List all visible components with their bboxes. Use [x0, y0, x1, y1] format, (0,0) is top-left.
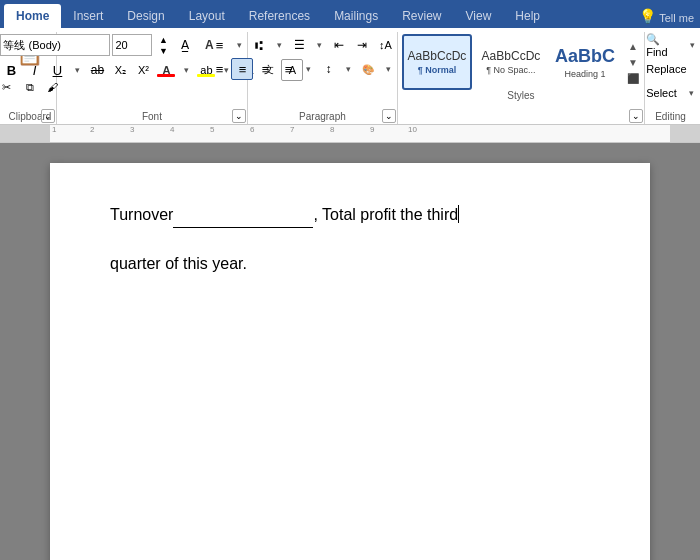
paragraph-2: quarter of this year.: [110, 252, 590, 276]
style-nospace-label: ¶ No Spac...: [486, 65, 535, 75]
group-styles: AaBbCcDc ¶ Normal AaBbCcDc ¶ No Spac... …: [398, 32, 645, 124]
tab-insert[interactable]: Insert: [61, 4, 115, 28]
tab-layout[interactable]: Layout: [177, 4, 237, 28]
ribbon: Home Insert Design Layout References Mai…: [0, 0, 700, 125]
ruler-main: 1 2 3 4 5 6 7 8 9 10: [50, 125, 670, 142]
multilevel-list-button[interactable]: ☰: [288, 34, 310, 56]
editing-group-label: Editing: [645, 111, 696, 122]
tellme-input[interactable]: Tell me: [659, 12, 694, 24]
clear-format-button[interactable]: A̲: [174, 34, 196, 56]
font-color-dropdown[interactable]: ▾: [178, 59, 194, 81]
page[interactable]: Turnover , Total profit the third quarte…: [50, 163, 650, 560]
style-heading1-label: Heading 1: [564, 69, 605, 79]
para-row-1: ≡ ▾ ⑆ ▾ ☰ ▾ ⇤ ⇥ ↕A ¶: [208, 34, 419, 56]
bold-button[interactable]: B: [0, 59, 22, 81]
font-size-decrease[interactable]: ▼: [154, 45, 172, 56]
italic-button[interactable]: I: [23, 59, 45, 81]
styles-more[interactable]: ⬛: [626, 70, 640, 86]
find-dropdown[interactable]: ▾: [686, 34, 700, 56]
tab-view[interactable]: View: [454, 4, 504, 28]
select-dropdown[interactable]: ▾: [684, 82, 700, 104]
font-color-button[interactable]: A: [155, 59, 177, 81]
replace-button[interactable]: Replace: [641, 58, 691, 80]
tab-row: Home Insert Design Layout References Mai…: [0, 0, 700, 28]
tab-home[interactable]: Home: [4, 4, 61, 28]
justify-button[interactable]: ≡: [277, 58, 299, 80]
ribbon-body: 📋 ✂ ⧉ 🖌 Clipboard ⌄ ▲ ▼: [0, 28, 700, 125]
sort-button[interactable]: ↕A: [374, 34, 396, 56]
line-spacing-dropdown[interactable]: ▾: [340, 58, 356, 80]
tab-references[interactable]: References: [237, 4, 322, 28]
align-left-button[interactable]: ≡: [208, 58, 230, 80]
style-heading1[interactable]: AaBbC Heading 1: [550, 34, 620, 90]
text-turnover: Turnover: [110, 206, 173, 223]
ruler: 1 2 3 4 5 6 7 8 9 10: [0, 125, 700, 143]
document-area: Turnover , Total profit the third quarte…: [0, 143, 700, 560]
style-normal[interactable]: AaBbCcDc ¶ Normal: [402, 34, 472, 90]
increase-indent-button[interactable]: ⇥: [351, 34, 373, 56]
underline-button[interactable]: U: [46, 59, 68, 81]
style-heading1-preview: AaBbC: [555, 46, 615, 67]
font-name-input[interactable]: [0, 34, 110, 56]
style-normal-label: ¶ Normal: [418, 65, 457, 75]
style-nospace[interactable]: AaBbCcDc ¶ No Spac...: [476, 34, 546, 90]
align-right-button[interactable]: ≡: [254, 58, 276, 80]
bullets-dropdown[interactable]: ▾: [231, 34, 247, 56]
text-total: Total profit the: [322, 206, 427, 223]
ruler-left-margin: [0, 125, 50, 142]
styles-scroll: ▲ ▼ ⬛: [626, 38, 640, 86]
group-editing: 🔍 Find ▾ Replace Select ▾ Editing: [645, 32, 696, 124]
tab-help[interactable]: Help: [503, 4, 552, 28]
styles-list: AaBbCcDc ¶ Normal AaBbCcDc ¶ No Spac... …: [402, 34, 640, 90]
bullets-button[interactable]: ≡: [208, 34, 230, 56]
find-button[interactable]: 🔍 Find: [641, 34, 684, 56]
styles-scroll-up[interactable]: ▲: [626, 38, 640, 54]
text-third: third: [427, 206, 458, 223]
decrease-indent-button[interactable]: ⇤: [328, 34, 350, 56]
styles-group-label: Styles: [402, 90, 640, 104]
ruler-right-margin: [670, 125, 700, 142]
font-size-input[interactable]: [112, 34, 152, 56]
line-spacing-button[interactable]: ↕: [317, 58, 339, 80]
numbering-dropdown[interactable]: ▾: [271, 34, 287, 56]
styles-scroll-down[interactable]: ▼: [626, 54, 640, 70]
multilevel-dropdown[interactable]: ▾: [311, 34, 327, 56]
style-normal-preview: AaBbCcDc: [408, 49, 467, 63]
text-dollar: ,: [313, 206, 322, 223]
select-button[interactable]: Select: [641, 82, 682, 104]
lightbulb-icon: 💡: [639, 8, 656, 24]
superscript-button[interactable]: X²: [132, 59, 154, 81]
text-quarter: quarter of this year.: [110, 255, 247, 272]
cursor: [458, 205, 459, 223]
tab-design[interactable]: Design: [115, 4, 176, 28]
paragraph-1: Turnover , Total profit the third: [110, 203, 590, 228]
tab-mailings[interactable]: Mailings: [322, 4, 390, 28]
shading-dropdown[interactable]: ▾: [380, 58, 396, 80]
paragraph-expand[interactable]: ⌄: [382, 109, 396, 123]
blank-field: [173, 203, 313, 228]
tab-review[interactable]: Review: [390, 4, 453, 28]
style-nospace-preview: AaBbCcDc: [482, 49, 541, 63]
shading-button[interactable]: 🎨: [357, 58, 379, 80]
subscript-button[interactable]: X₂: [109, 59, 131, 81]
align-dropdown[interactable]: ▾: [300, 58, 316, 80]
font-size-increase[interactable]: ▲: [154, 34, 172, 45]
numbering-button[interactable]: ⑆: [248, 34, 270, 56]
align-center-button[interactable]: ≡: [231, 58, 253, 80]
strikethrough-button[interactable]: ab: [86, 59, 108, 81]
paragraph-group-label: Paragraph: [248, 111, 397, 122]
font-selectors: ▲ ▼ A̲ A: [0, 34, 220, 56]
group-paragraph: ≡ ▾ ⑆ ▾ ☰ ▾ ⇤ ⇥ ↕A ¶ ≡ ≡ ≡ ≡ ▾: [248, 32, 398, 124]
underline-dropdown[interactable]: ▾: [69, 59, 85, 81]
